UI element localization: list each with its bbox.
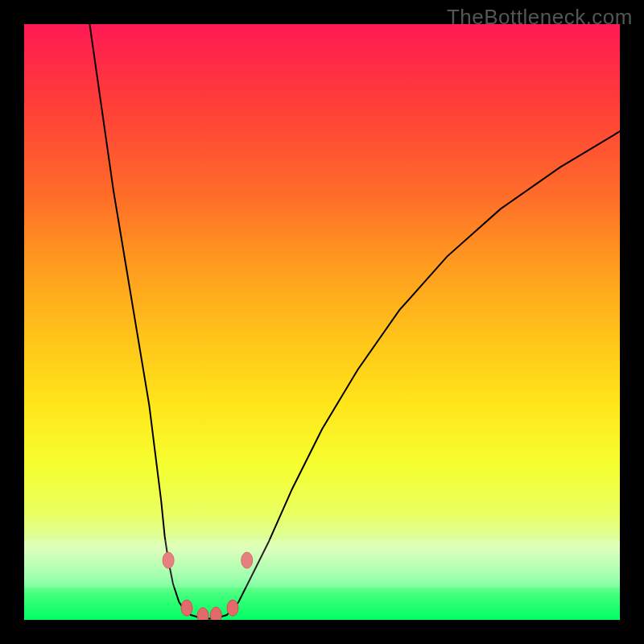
threshold-dot [181,600,192,616]
curve-layer [24,24,620,620]
curve-left-branch [89,24,196,617]
threshold-dot [163,552,174,568]
threshold-dot [210,607,221,620]
threshold-dot [197,608,208,620]
threshold-dot [227,600,238,616]
threshold-markers [163,552,253,620]
curve-right-branch [227,131,620,615]
curve-valley [197,615,227,618]
threshold-dot [242,552,253,568]
chart-frame: TheBottleneck.com [0,0,644,644]
watermark-label: TheBottleneck.com [447,5,633,30]
plot-area [24,24,620,620]
